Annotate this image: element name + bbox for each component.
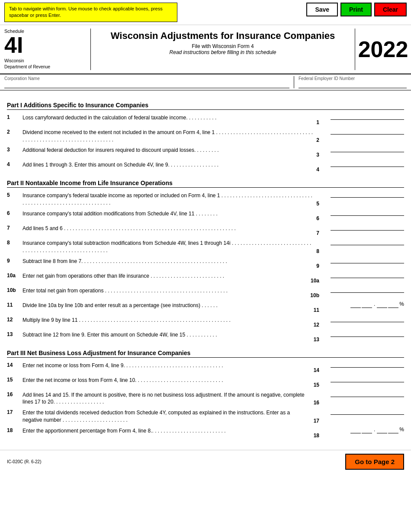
row-6-num: 6 bbox=[7, 209, 22, 216]
top-bar: Tab to navigate within form. Use mouse t… bbox=[0, 0, 411, 25]
row-9-lineref: 9 bbox=[316, 262, 322, 269]
action-buttons: Save Print Clear bbox=[306, 3, 407, 16]
input-line-17[interactable] bbox=[331, 408, 404, 415]
row-10a-lineref: 10a bbox=[311, 277, 322, 284]
row-11-input-area: . % bbox=[322, 301, 404, 309]
goto-page2-button[interactable]: Go to Page 2 bbox=[345, 454, 404, 470]
input-line-7[interactable] bbox=[331, 224, 404, 231]
row-8-lineref: 8 bbox=[316, 247, 322, 254]
schedule-number: 4I bbox=[4, 34, 86, 56]
dept-line1: Wisconsin bbox=[4, 58, 24, 63]
part-iii-header: Part III Net Business Loss Adjustment fo… bbox=[7, 349, 404, 358]
row-13: 13 Subtract line 12 from line 9. Enter t… bbox=[7, 330, 404, 343]
row-4: 4 Add lines 1 through 3. Enter this amou… bbox=[7, 160, 404, 173]
row-3-lineref: 3 bbox=[316, 151, 322, 158]
input-line-18-d4[interactable] bbox=[388, 427, 398, 433]
input-line-15[interactable] bbox=[331, 376, 404, 382]
input-line-11-d2[interactable] bbox=[362, 301, 372, 308]
row-15-num: 15 bbox=[7, 376, 22, 383]
footer-bar: IC-020C (R. 6-22) Go to Page 2 bbox=[0, 450, 411, 473]
input-line-14[interactable] bbox=[331, 361, 404, 368]
percent-sign-11: % bbox=[399, 301, 404, 308]
row-9-input-area bbox=[322, 257, 404, 264]
input-line-16[interactable] bbox=[331, 391, 404, 397]
input-line-11-d3[interactable] bbox=[377, 301, 387, 308]
row-10b-lineref: 10b bbox=[310, 292, 322, 298]
row-12-lineref: 12 bbox=[314, 321, 322, 328]
row-8-num: 8 bbox=[7, 239, 22, 246]
row-9-desc: Subtract line 8 from line 7. . . . . . .… bbox=[22, 257, 316, 265]
row-6-desc: Insurance company's total addition modif… bbox=[22, 209, 316, 218]
form-code: IC-020C (R. 6-22) bbox=[7, 459, 41, 464]
row-14-input-area bbox=[322, 361, 404, 369]
row-14: 14 Enter net income or loss from Form 4,… bbox=[7, 361, 404, 373]
row-15: 15 Enter the net income or loss from For… bbox=[7, 376, 404, 388]
row-14-lineref: 14 bbox=[314, 366, 322, 373]
row-12: 12 Multiply line 9 by line 11 . . . . . … bbox=[7, 316, 404, 328]
row-11-lineref: 11 bbox=[314, 306, 322, 313]
row-7: 7 Add lines 5 and 6 . . . . . . . . . . … bbox=[7, 224, 404, 236]
input-line-18-d1[interactable] bbox=[350, 427, 361, 433]
decimal-dot-11: . bbox=[374, 301, 375, 308]
input-line-8[interactable] bbox=[331, 239, 404, 245]
part-ii-header: Part II Nontaxable Income from Life Insu… bbox=[7, 179, 404, 188]
dept-line2: Department of Revenue bbox=[4, 64, 50, 69]
row-14-num: 14 bbox=[7, 361, 22, 368]
row-3-num: 3 bbox=[7, 146, 22, 153]
corp-name-label: Corporation Name bbox=[4, 76, 289, 81]
form-header: Schedule 4I Wisconsin Department of Reve… bbox=[0, 25, 411, 74]
row-18: 18 Enter the apportionment percentage fr… bbox=[7, 426, 404, 439]
input-line-6[interactable] bbox=[331, 209, 404, 216]
input-line-11-d4[interactable] bbox=[388, 301, 398, 308]
input-line-18-d3[interactable] bbox=[377, 427, 387, 433]
input-line-18-d2[interactable] bbox=[362, 427, 372, 433]
row-9-num: 9 bbox=[7, 257, 22, 264]
form-subtitle1: File with Wisconsin Form 4 bbox=[100, 43, 346, 49]
corp-name-input[interactable] bbox=[4, 82, 289, 88]
row-2-num: 2 bbox=[7, 128, 22, 135]
form-subtitle2: Read instructions before filling in this… bbox=[100, 49, 346, 55]
row-15-input-area bbox=[322, 376, 404, 383]
percent-group-11: . % bbox=[350, 301, 404, 308]
decimal-dot-18: . bbox=[374, 426, 375, 433]
row-12-input-area bbox=[322, 316, 404, 323]
input-line-5[interactable] bbox=[331, 191, 404, 198]
row-10a: 10a Enter net gain from operations other… bbox=[7, 272, 404, 284]
row-8-input-area bbox=[322, 239, 404, 246]
header-center: Wisconsin Adjustments for Insurance Comp… bbox=[91, 29, 355, 70]
row-1-num: 1 bbox=[7, 113, 22, 120]
row-5: 5 Insurance company's federal taxable in… bbox=[7, 191, 404, 207]
row-17-input-area bbox=[322, 408, 404, 416]
row-13-desc: Subtract line 12 from line 9. Enter this… bbox=[22, 330, 314, 339]
input-line-3[interactable] bbox=[331, 146, 404, 152]
header-left: Schedule 4I Wisconsin Department of Reve… bbox=[4, 29, 91, 70]
input-line-10a[interactable] bbox=[331, 272, 404, 278]
row-13-lineref: 13 bbox=[314, 336, 322, 343]
instruction-banner: Tab to navigate within form. Use mouse t… bbox=[4, 3, 177, 22]
input-line-10b[interactable] bbox=[331, 286, 404, 293]
save-button[interactable]: Save bbox=[306, 3, 338, 16]
input-line-13[interactable] bbox=[331, 330, 404, 337]
input-line-4[interactable] bbox=[331, 160, 404, 167]
row-10b: 10b Enter total net gain from operations… bbox=[7, 286, 404, 298]
row-5-desc: Insurance company's federal taxable inco… bbox=[22, 191, 316, 207]
row-3-input-area bbox=[322, 146, 404, 153]
input-line-12[interactable] bbox=[331, 316, 404, 322]
row-6: 6 Insurance company's total addition mod… bbox=[7, 209, 404, 221]
input-line-11-d1[interactable] bbox=[350, 301, 361, 308]
row-4-lineref: 4 bbox=[316, 166, 322, 173]
row-16-input-area bbox=[322, 391, 404, 398]
input-line-2[interactable] bbox=[331, 128, 404, 135]
ein-input[interactable] bbox=[299, 82, 407, 88]
clear-button[interactable]: Clear bbox=[374, 3, 407, 16]
row-18-input-area: . % bbox=[322, 426, 404, 434]
row-1: 1 Loss carryforward deducted in the calc… bbox=[7, 113, 404, 125]
row-18-desc: Enter the apportionment percentage from … bbox=[22, 426, 314, 435]
input-line-9[interactable] bbox=[331, 257, 404, 263]
ein-label: Federal Employer ID Number bbox=[299, 76, 407, 81]
print-button[interactable]: Print bbox=[340, 3, 372, 16]
row-10b-num: 10b bbox=[7, 286, 22, 293]
dept-info: Wisconsin Department of Revenue bbox=[4, 58, 86, 70]
input-line-1[interactable] bbox=[331, 113, 404, 120]
header-right: 2022 bbox=[355, 29, 407, 70]
